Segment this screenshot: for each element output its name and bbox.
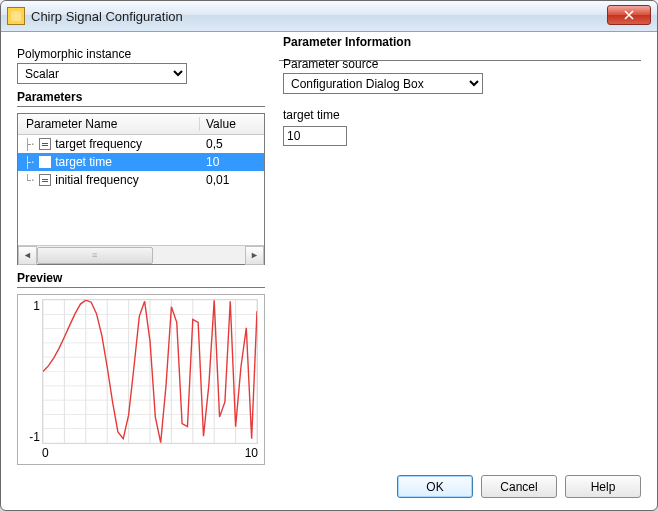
scroll-thumb[interactable]: ≡ xyxy=(37,247,153,264)
y-tick-min: -1 xyxy=(29,430,40,444)
param-value: 0,01 xyxy=(200,173,264,187)
table-row[interactable]: └·initial frequency0,01 xyxy=(18,171,264,189)
preview-header: Preview xyxy=(17,271,265,288)
titlebar[interactable]: Chirp Signal Configuration xyxy=(1,1,657,32)
parameters-header: Parameters xyxy=(17,90,265,107)
horiz-scrollbar[interactable]: ◄ ≡ ► xyxy=(18,245,264,264)
close-icon xyxy=(624,10,634,20)
polymorphic-select[interactable]: Scalar xyxy=(17,63,187,84)
x-tick-min: 0 xyxy=(42,446,49,460)
param-name: target frequency xyxy=(55,137,142,151)
target-time-input[interactable] xyxy=(283,126,347,146)
table-header: Parameter Name Value xyxy=(18,114,264,135)
col-value[interactable]: Value xyxy=(200,117,264,131)
parameter-info-title: Parameter Information xyxy=(279,35,641,49)
window-title: Chirp Signal Configuration xyxy=(31,9,607,24)
help-button[interactable]: Help xyxy=(565,475,641,498)
dialog-window: Chirp Signal Configuration Polymorphic i… xyxy=(0,0,658,511)
param-source-select[interactable]: Configuration Dialog Box xyxy=(283,73,483,94)
param-name: initial frequency xyxy=(55,173,138,187)
tree-glyph-icon: └· xyxy=(24,174,35,187)
param-name: target time xyxy=(55,155,112,169)
x-tick-max: 10 xyxy=(245,446,258,460)
y-tick-max: 1 xyxy=(33,299,40,313)
tree-glyph-icon: ├· xyxy=(24,156,35,169)
param-value: 10 xyxy=(200,155,264,169)
col-name[interactable]: Parameter Name xyxy=(18,117,200,131)
scroll-left-icon[interactable]: ◄ xyxy=(18,246,37,265)
preview-pane: 1 -1 0 10 xyxy=(17,294,265,465)
param-node-icon xyxy=(39,174,51,186)
polymorphic-label: Polymorphic instance xyxy=(17,47,265,61)
chart-plot xyxy=(42,299,258,444)
field-label: target time xyxy=(283,108,637,122)
close-button[interactable] xyxy=(607,5,651,25)
dialog-footer: OK Cancel Help xyxy=(17,465,641,498)
param-value: 0,5 xyxy=(200,137,264,151)
ok-button[interactable]: OK xyxy=(397,475,473,498)
cancel-button[interactable]: Cancel xyxy=(481,475,557,498)
param-source-label: Parameter source xyxy=(283,57,637,71)
parameters-table: Parameter Name Value ├·target frequency0… xyxy=(17,113,265,265)
tree-glyph-icon: ├· xyxy=(24,138,35,151)
scroll-right-icon[interactable]: ► xyxy=(245,246,264,265)
param-node-icon xyxy=(39,138,51,150)
param-node-icon xyxy=(39,156,51,168)
app-icon xyxy=(7,7,25,25)
table-row[interactable]: ├·target frequency0,5 xyxy=(18,135,264,153)
table-row[interactable]: ├·target time10 xyxy=(18,153,264,171)
